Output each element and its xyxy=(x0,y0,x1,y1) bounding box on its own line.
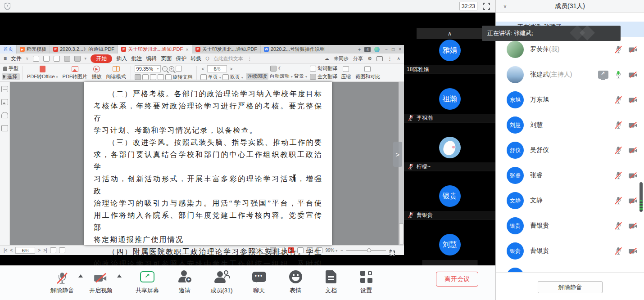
settings-button[interactable]: 设置 xyxy=(349,270,384,295)
camera-muted-icon[interactable] xyxy=(629,147,638,153)
member-row[interactable]: 银贵 曹银贵 xyxy=(496,238,644,264)
zoom-value-select[interactable]: 99.35%▾ xyxy=(135,65,161,72)
mic-options-caret[interactable] xyxy=(78,274,83,278)
camera-muted-icon[interactable] xyxy=(629,222,638,229)
tab-pdf-2[interactable]: 关于印发川北...通知.PDF xyxy=(192,45,261,54)
background-button[interactable]: 背景 ▾ xyxy=(294,73,307,80)
save-icon[interactable] xyxy=(43,56,50,62)
fit-page-icon[interactable] xyxy=(176,66,182,72)
mic-active-icon[interactable] xyxy=(615,71,622,79)
mic-muted-icon[interactable] xyxy=(615,247,622,255)
next-page-icon[interactable]: > xyxy=(38,248,41,253)
members-button[interactable]: 成员(31) xyxy=(203,270,240,295)
menu-start-active[interactable]: 开始 xyxy=(91,54,112,63)
menu-convert[interactable]: 转换 xyxy=(190,55,201,63)
annotation-panel-icon[interactable] xyxy=(1,112,8,118)
status-page-input[interactable]: 6/6 xyxy=(15,247,35,254)
leave-meeting-button[interactable]: 离开会议 xyxy=(436,272,478,287)
camera-muted-icon[interactable] xyxy=(629,121,638,128)
docs-button[interactable]: 文档 xyxy=(313,270,349,295)
open-icon[interactable] xyxy=(33,56,39,62)
menu-edit[interactable]: 编辑 xyxy=(146,55,157,63)
prev-page-icon[interactable]: < xyxy=(200,66,206,72)
prev-view-icon[interactable] xyxy=(50,247,56,253)
compress-button[interactable]: 压缩 xyxy=(339,65,353,80)
zoom-slider-knob[interactable] xyxy=(367,248,371,252)
chevron-down-icon[interactable]: ∨ xyxy=(503,3,507,9)
rotate-right-icon[interactable] xyxy=(165,74,172,80)
word-translate-button[interactable]: 划词翻译 xyxy=(317,65,337,72)
sync-status[interactable]: 未同步 xyxy=(334,55,349,62)
find-text-input[interactable]: 点此查找文本 xyxy=(213,55,243,62)
window-close-icon[interactable]: × xyxy=(399,47,401,52)
unmute-button[interactable]: 解除静音 xyxy=(50,270,74,295)
tab-count-badge[interactable]: 4 xyxy=(364,47,371,52)
rotate-doc-button[interactable]: 旋转文档 xyxy=(173,74,193,81)
print-icon[interactable] xyxy=(54,56,60,62)
undo-icon[interactable] xyxy=(64,56,70,62)
menu-page[interactable]: 页面 xyxy=(161,55,172,63)
read-mode-button[interactable]: 阅读模式 xyxy=(104,65,128,80)
comment-bubble-icon[interactable] xyxy=(376,56,383,61)
moon-icon[interactable]: ☾ xyxy=(278,66,282,72)
pdf-scrollbar-thumb[interactable] xyxy=(399,224,404,244)
chat-button[interactable]: ••• 聊天 xyxy=(240,270,277,295)
play-button[interactable]: ▶播放 xyxy=(90,65,104,80)
pdf-to-office-button[interactable]: PDF转Office ▾ xyxy=(25,65,60,80)
menu-file[interactable]: 文件 xyxy=(11,55,22,63)
camera-muted-icon[interactable] xyxy=(629,247,638,254)
toolbar-caret-icon[interactable]: ▾ xyxy=(85,56,87,61)
mic-muted-icon[interactable] xyxy=(615,197,622,205)
zoom-in-icon[interactable]: + xyxy=(169,66,174,72)
pdf-page[interactable]: （二）严格考核。各部门的政治理论学习纳入学校年度目标 考核体系，年终要对政治理论… xyxy=(84,82,332,245)
full-translate-button[interactable]: 全文翻译 xyxy=(317,73,337,80)
gear-icon[interactable]: ⚙ xyxy=(367,56,372,62)
video-tile[interactable]: 银贵 曹银贵 xyxy=(404,171,495,220)
member-row[interactable]: 舒仪 吴舒仪 xyxy=(496,138,644,163)
footer-unmute-button[interactable]: 解除静音 xyxy=(538,281,603,293)
member-row[interactable]: 文静 文静 xyxy=(496,188,644,213)
start-video-button[interactable]: 开启视频 xyxy=(89,270,113,295)
menu-insert[interactable]: 插入 xyxy=(116,55,127,63)
tab-word[interactable]: 2020.2...号转账操作说明 xyxy=(261,45,328,54)
double-page-button[interactable]: 双页 ▾ xyxy=(230,74,243,81)
panel-expand-handle[interactable]: > xyxy=(393,142,402,167)
hamburger-menu-icon[interactable]: ≡ xyxy=(4,55,7,62)
page-number-input[interactable]: 6/6 xyxy=(207,65,227,72)
invite-button[interactable]: + 邀请 xyxy=(167,270,203,295)
continuous-read-button[interactable]: 连续阅读 xyxy=(246,73,268,80)
tab-pdf-active[interactable]: 关于印发川北...通知.PDF× xyxy=(118,45,192,54)
tab-home[interactable]: 首页 xyxy=(0,45,17,54)
actual-size-icon[interactable] xyxy=(135,74,141,80)
camera-options-caret[interactable] xyxy=(117,274,122,278)
export-panel-icon[interactable] xyxy=(1,125,8,131)
camera-muted-icon[interactable] xyxy=(629,197,638,204)
fullscreen-icon[interactable] xyxy=(390,251,395,256)
camera-muted-icon[interactable] xyxy=(629,172,638,179)
mic-muted-icon[interactable] xyxy=(615,171,622,180)
tab-close-icon[interactable]: × xyxy=(186,47,188,52)
fit-width-icon[interactable] xyxy=(142,74,149,80)
last-page-icon[interactable]: >| xyxy=(43,248,47,253)
member-row[interactable]: 刘慧 刘慧 xyxy=(496,112,644,138)
more-icon[interactable]: ⋮ xyxy=(387,56,392,62)
globe-icon[interactable] xyxy=(374,47,380,52)
new-tab-button[interactable]: + xyxy=(358,47,361,52)
first-page-icon[interactable]: |< xyxy=(4,248,7,253)
mic-muted-icon[interactable] xyxy=(615,45,622,54)
member-row[interactable]: 张建武(主持人) xyxy=(496,62,644,87)
single-page-button[interactable]: 单页 ▾ xyxy=(208,74,221,81)
mic-muted-icon[interactable] xyxy=(615,146,622,155)
fullscreen-icon[interactable] xyxy=(483,3,490,10)
pdf-to-image-button[interactable]: PDF转图片 xyxy=(60,65,90,80)
tab-docer[interactable]: 稻壳模板 xyxy=(17,45,50,54)
outline-panel-icon[interactable] xyxy=(1,86,8,92)
chevron-down-icon[interactable]: ∨ xyxy=(26,56,29,61)
menu-comment[interactable]: 批注 xyxy=(131,55,142,63)
select-tool[interactable]: 选择 xyxy=(2,73,20,80)
more-icon[interactable]: ⋮ xyxy=(247,56,252,62)
share-screen-button[interactable]: 共享屏幕 xyxy=(128,270,167,295)
zoom-out-icon[interactable]: − xyxy=(162,66,168,72)
member-row-partial[interactable] xyxy=(496,264,644,272)
menu-protect[interactable]: 保护 xyxy=(176,55,186,63)
